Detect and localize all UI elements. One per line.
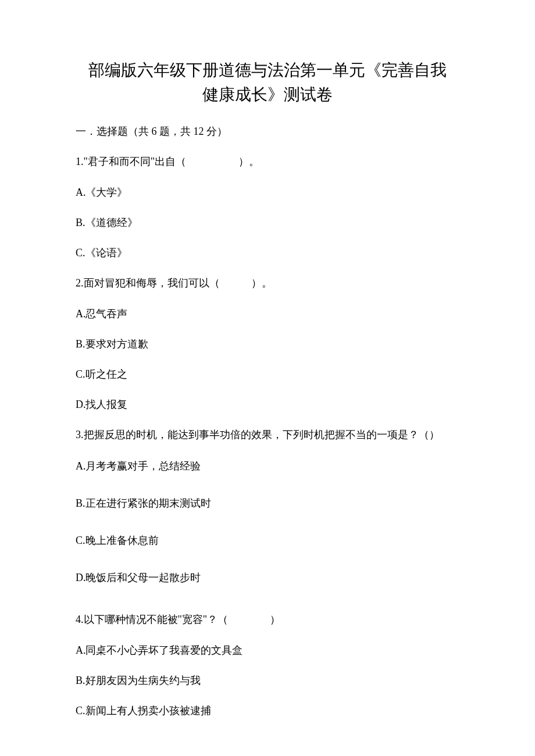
section-1-header: 一．选择题（共 6 题，共 12 分）: [76, 124, 459, 138]
question-3-option-a: A.月考考赢对手，总结经验: [76, 459, 459, 473]
question-4-option-c: C.新闻上有人拐卖小孩被逮捕: [76, 704, 459, 718]
question-3-option-d: D.晚饭后和父母一起散步时: [76, 571, 459, 585]
question-1-text: 1."君子和而不同"出自（ ）。: [76, 155, 459, 169]
title-line-1: 部编版六年级下册道德与法治第一单元《完善自我: [88, 61, 447, 79]
document-title: 部编版六年级下册道德与法治第一单元《完善自我 健康成长》测试卷: [76, 58, 459, 107]
question-2-option-d: D.找人报复: [76, 397, 459, 411]
question-2-option-c: C.听之任之: [76, 367, 459, 381]
question-1-option-b: B.《道德经》: [76, 216, 459, 230]
question-2-text: 2.面对冒犯和侮辱，我们可以（ ）。: [76, 276, 459, 291]
question-1-option-c: C.《论语》: [76, 246, 459, 260]
question-2-option-b: B.要求对方道歉: [76, 337, 459, 351]
question-3-option-c: C.晚上准备休息前: [76, 533, 459, 547]
question-3-text: 3.把握反思的时机，能达到事半功倍的效果，下列时机把握不当的一项是？（）: [76, 428, 459, 442]
question-4-option-a: A.同桌不小心弄坏了我喜爱的文具盒: [76, 643, 459, 657]
question-3-option-b: B.正在进行紧张的期末测试时: [76, 496, 459, 510]
question-4-option-b: B.好朋友因为生病失约与我: [76, 673, 459, 687]
question-4-text: 4.以下哪种情况不能被"宽容"？（ ）: [76, 612, 459, 627]
question-2-option-a: A.忍气吞声: [76, 307, 459, 321]
question-1-option-a: A.《大学》: [76, 185, 459, 199]
title-line-2: 健康成长》测试卷: [202, 85, 333, 103]
